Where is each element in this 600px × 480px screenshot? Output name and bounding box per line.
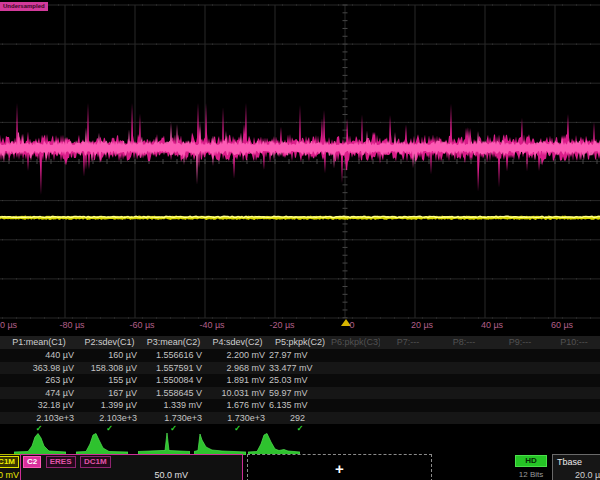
waveform-grid — [0, 0, 600, 332]
measure-cell: 1.558645 V — [141, 387, 206, 400]
measure-cell: 1.399 µV — [78, 399, 141, 412]
time-tick-label: -20 µs — [269, 320, 294, 330]
measure-cell: 10.031 mV — [206, 387, 269, 400]
measure-cell — [492, 399, 548, 412]
plus-icon: + — [335, 462, 344, 476]
measure-cell: 292 — [269, 412, 331, 425]
tbase-scale-value: 20.0 µs/div — [557, 470, 600, 480]
histicon-p5[interactable] — [248, 431, 300, 455]
measure-cell — [436, 362, 492, 375]
measure-cell — [548, 374, 600, 387]
measure-cell: 2.968 mV — [206, 362, 269, 375]
measure-cell — [492, 387, 548, 400]
time-tick-label: -80 µs — [59, 320, 84, 330]
timebase-descriptor-box[interactable]: Tbase 20.0 µs/div — [552, 454, 600, 480]
measurement-histicons — [0, 431, 600, 455]
measure-cell — [436, 399, 492, 412]
histicon-p1[interactable] — [14, 431, 66, 455]
measure-cell: 1.556616 V — [141, 349, 206, 362]
c2-label-badge: C2 — [23, 456, 41, 468]
oscilloscope-screen: Undersampled -100 µs-80 µs-60 µs-40 µs-2… — [0, 0, 600, 480]
c1-coupling-badge: DC1M — [0, 456, 19, 468]
time-tick-label: 40 µs — [481, 320, 503, 330]
measure-cell: 1.550084 V — [141, 374, 206, 387]
measure-header[interactable]: P9:--- — [492, 336, 548, 349]
time-tick-label: 20 µs — [411, 320, 433, 330]
measure-cell — [492, 374, 548, 387]
measure-cell: 2.103e+3 — [0, 412, 78, 425]
measure-cell: 1.891 mV — [206, 374, 269, 387]
measure-cell — [548, 412, 600, 425]
histicon-p3[interactable] — [138, 431, 190, 455]
hd-badge: HD — [515, 455, 547, 467]
c2-eres-badge: ERES — [46, 456, 76, 468]
measure-cell: 1.730e+3 — [141, 412, 206, 425]
time-axis: -100 µs-80 µs-60 µs-40 µs-20 µs020 µs40 … — [0, 320, 600, 333]
measure-cell: 1.676 mV — [206, 399, 269, 412]
c2-descriptor-box[interactable]: C2 ERES DC1M 50.0 mV — [20, 454, 243, 480]
measure-cell — [436, 412, 492, 425]
measure-cell — [331, 374, 380, 387]
measure-header[interactable]: P2:sdev(C1) — [78, 336, 141, 349]
measure-cell — [331, 412, 380, 425]
measure-cell: 27.97 mV — [269, 349, 331, 362]
measure-cell: 440 µV — [0, 349, 78, 362]
measure-cell — [380, 399, 436, 412]
measure-cell: 59.97 mV — [269, 387, 331, 400]
measure-header[interactable]: P8:--- — [436, 336, 492, 349]
measure-cell: 33.477 mV — [269, 362, 331, 375]
measure-cell — [331, 387, 380, 400]
measure-cell — [436, 387, 492, 400]
measure-cell: 32.18 µV — [0, 399, 78, 412]
time-tick-label: 60 µs — [551, 320, 573, 330]
histicon-p4[interactable] — [194, 431, 246, 455]
measure-header[interactable]: P4:sdev(C2) — [206, 336, 269, 349]
time-tick-label: 0 — [349, 320, 354, 330]
measure-cell — [380, 349, 436, 362]
measure-cell — [380, 412, 436, 425]
measure-cell: 2.200 mV — [206, 349, 269, 362]
measure-cell: 1.730e+3 — [206, 412, 269, 425]
hd-mode[interactable]: HD 12 Bits — [512, 455, 550, 479]
hd-bits-label: 12 Bits — [512, 470, 550, 479]
c2-coupling-badge: DC1M — [80, 456, 111, 468]
measure-header[interactable]: P7:--- — [380, 336, 436, 349]
descriptor-bar: DC1M 50.0 mV C2 ERES DC1M 50.0 mV + HD 1… — [0, 454, 600, 480]
measure-header[interactable]: P1:mean(C1) — [0, 336, 78, 349]
measure-cell — [548, 349, 600, 362]
measure-cell — [548, 387, 600, 400]
measure-header[interactable]: P5:pkpk(C2) — [269, 336, 331, 349]
measure-header[interactable]: P6:pkpk(C3) — [331, 336, 380, 349]
measure-cell: 25.03 mV — [269, 374, 331, 387]
measure-cell: 158.308 µV — [78, 362, 141, 375]
measure-cell — [492, 349, 548, 362]
measure-header[interactable]: P3:mean(C2) — [141, 336, 206, 349]
measure-cell — [331, 362, 380, 375]
measure-cell — [492, 362, 548, 375]
measure-cell: 160 µV — [78, 349, 141, 362]
add-trace-box[interactable]: + — [247, 454, 432, 480]
measure-cell — [436, 374, 492, 387]
c2-badges: C2 ERES DC1M — [21, 455, 242, 468]
time-tick-label: -100 µs — [0, 320, 17, 330]
measure-cell: 155 µV — [78, 374, 141, 387]
measure-cell: 263 µV — [0, 374, 78, 387]
measure-cell — [548, 362, 600, 375]
measure-cell: 1.557591 V — [141, 362, 206, 375]
undersampled-indicator: Undersampled — [0, 2, 48, 11]
time-tick-label: -40 µs — [199, 320, 224, 330]
measure-cell — [380, 387, 436, 400]
measure-cell — [492, 412, 548, 425]
measure-cell: 363.98 µV — [0, 362, 78, 375]
measure-header[interactable]: P10:--- — [548, 336, 600, 349]
histicon-p2[interactable] — [76, 431, 128, 455]
measure-cell — [380, 374, 436, 387]
measure-cell — [436, 349, 492, 362]
measure-cell: 474 µV — [0, 387, 78, 400]
measure-cell — [331, 399, 380, 412]
time-tick-label: -60 µs — [129, 320, 154, 330]
measure-cell — [548, 399, 600, 412]
measure-cell: 1.339 mV — [141, 399, 206, 412]
measurement-table: P1:mean(C1)P2:sdev(C1)P3:mean(C2)P4:sdev… — [0, 336, 600, 434]
measure-cell: 6.135 mV — [269, 399, 331, 412]
